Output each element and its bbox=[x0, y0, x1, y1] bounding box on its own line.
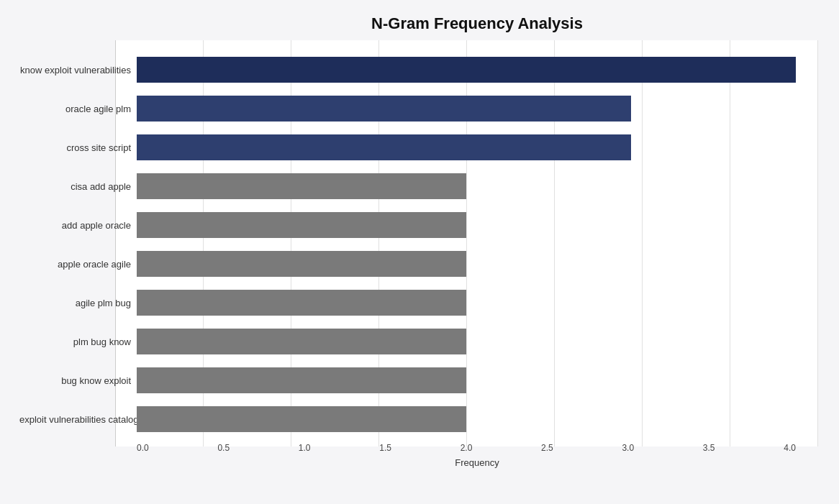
x-tick: 3.5 bbox=[703, 443, 715, 453]
bar-label: cross site script bbox=[19, 142, 131, 153]
bar-track bbox=[137, 406, 796, 432]
x-tick: 0.0 bbox=[137, 443, 149, 453]
bar-track bbox=[137, 251, 796, 277]
chart-title: N-Gram Frequency Analysis bbox=[137, 14, 817, 33]
bar-row: exploit vulnerabilities catalog bbox=[137, 400, 796, 439]
bar-track bbox=[137, 329, 796, 354]
bar-fill bbox=[137, 134, 631, 160]
bar-track bbox=[137, 367, 796, 393]
bar-label: plm bug know bbox=[19, 336, 131, 347]
x-tick: 2.0 bbox=[461, 443, 473, 453]
bar-track bbox=[137, 134, 796, 160]
bar-fill bbox=[137, 406, 466, 432]
bar-track bbox=[137, 57, 796, 83]
x-tick: 4.0 bbox=[784, 443, 796, 453]
bar-label: bug know exploit bbox=[19, 375, 131, 386]
bar-row: cisa add apple bbox=[137, 167, 796, 206]
bar-label: apple oracle agile bbox=[19, 259, 131, 270]
x-axis-ticks: 0.00.51.01.52.02.53.03.54.0 bbox=[137, 443, 796, 453]
bar-row: apple oracle agile bbox=[137, 244, 796, 283]
x-tick: 3.0 bbox=[622, 443, 634, 453]
x-tick: 0.5 bbox=[217, 443, 230, 453]
x-axis-label: Frequency bbox=[137, 457, 817, 468]
bar-fill bbox=[137, 329, 466, 354]
grid-line bbox=[817, 40, 818, 446]
bar-label: know exploit vulnerabilities bbox=[19, 65, 131, 75]
bars-area: know exploit vulnerabilitiesoracle agile… bbox=[137, 50, 796, 453]
bars-wrapper: know exploit vulnerabilitiesoracle agile… bbox=[137, 50, 796, 439]
bar-label: oracle agile plm bbox=[19, 104, 131, 114]
bar-track bbox=[137, 212, 796, 238]
bar-label: agile plm bug bbox=[19, 298, 131, 308]
bar-row: agile plm bug bbox=[137, 283, 796, 322]
bar-row: cross site script bbox=[137, 128, 796, 167]
bar-label: cisa add apple bbox=[19, 181, 131, 192]
bar-row: know exploit vulnerabilities bbox=[137, 50, 796, 89]
bar-track bbox=[137, 173, 796, 199]
bar-fill bbox=[137, 96, 631, 122]
chart-container: N-Gram Frequency Analysis know exploit v… bbox=[0, 0, 839, 504]
x-tick: 2.5 bbox=[541, 443, 553, 453]
bar-fill bbox=[137, 251, 466, 277]
bar-fill bbox=[137, 290, 466, 316]
bar-fill bbox=[137, 57, 796, 83]
bar-row: bug know exploit bbox=[137, 361, 796, 400]
bar-row: plm bug know bbox=[137, 322, 796, 361]
bar-label: exploit vulnerabilities catalog bbox=[19, 414, 131, 425]
bar-row: add apple oracle bbox=[137, 206, 796, 244]
bar-fill bbox=[137, 212, 466, 238]
bar-row: oracle agile plm bbox=[137, 89, 796, 128]
bar-track bbox=[137, 290, 796, 316]
x-tick: 1.5 bbox=[379, 443, 391, 453]
x-tick: 1.0 bbox=[299, 443, 311, 453]
bar-fill bbox=[137, 173, 466, 199]
bar-track bbox=[137, 96, 796, 122]
bar-label: add apple oracle bbox=[19, 220, 131, 231]
bar-fill bbox=[137, 367, 466, 393]
